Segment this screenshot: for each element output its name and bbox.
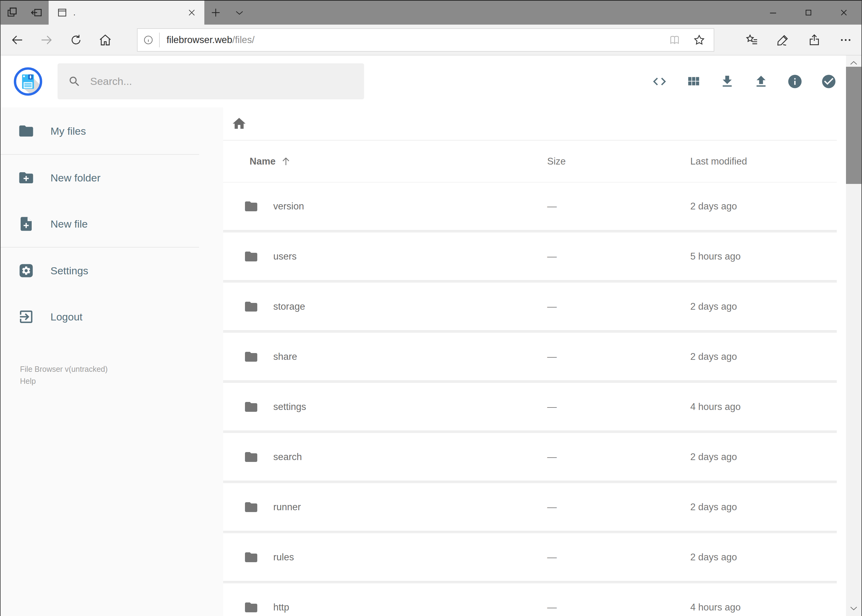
file-row-search[interactable]: search — 2 days ago — [223, 433, 837, 481]
scrollbar-thumb[interactable] — [846, 67, 861, 184]
file-row-storage[interactable]: storage — 2 days ago — [223, 283, 837, 331]
search-bar[interactable] — [58, 63, 364, 99]
back-button[interactable] — [2, 25, 32, 55]
file-size: — — [547, 201, 690, 212]
file-size: — — [547, 401, 690, 412]
sidebar-item-label: Settings — [50, 265, 88, 277]
folder-icon — [244, 600, 258, 615]
maximize-button[interactable] — [791, 1, 826, 25]
minimize-button[interactable] — [755, 1, 791, 25]
app-version-text: File Browser v(untracked) — [20, 363, 223, 375]
set-tabs-aside-icon — [30, 6, 43, 19]
minimize-icon — [768, 7, 778, 18]
file-row-settings[interactable]: settings — 4 hours ago — [223, 383, 837, 431]
file-row-share[interactable]: share — 2 days ago — [223, 333, 837, 381]
close-icon — [187, 8, 196, 17]
file-row-users[interactable]: users — 5 hours ago — [223, 233, 837, 280]
file-row-rules[interactable]: rules — 2 days ago — [223, 533, 837, 581]
reading-view-button[interactable] — [664, 30, 685, 50]
file-size: — — [547, 251, 690, 262]
file-name: share — [273, 351, 297, 362]
sidebar-item-new-folder[interactable]: New folder — [1, 155, 223, 201]
column-header-modified[interactable]: Last modified — [690, 156, 837, 167]
chevron-down-icon — [234, 7, 245, 18]
file-name: users — [273, 251, 297, 262]
hub-button[interactable] — [736, 25, 767, 55]
grid-view-button[interactable] — [681, 69, 706, 94]
file-modified: 2 days ago — [690, 301, 837, 312]
upload-button[interactable] — [749, 69, 773, 94]
refresh-icon — [69, 33, 83, 47]
column-header-name[interactable]: Name — [223, 156, 547, 167]
folder-icon — [244, 500, 258, 514]
pen-icon — [776, 33, 790, 47]
file-modified: 4 hours ago — [690, 602, 837, 613]
file-row-runner[interactable]: runner — 2 days ago — [223, 483, 837, 531]
code-icon — [652, 74, 667, 89]
titlebar-spacer — [252, 1, 755, 25]
add-favorite-button[interactable] — [689, 30, 709, 50]
file-name: storage — [273, 301, 305, 312]
column-header-size[interactable]: Size — [547, 156, 690, 167]
breadcrumb-home-button[interactable] — [232, 116, 247, 131]
tab-favicon — [57, 7, 68, 18]
browser-tab[interactable]: . — [49, 1, 204, 25]
share-button[interactable] — [799, 25, 830, 55]
tab-title: . — [73, 8, 181, 17]
info-button[interactable] — [783, 69, 807, 94]
file-row-http[interactable]: http — 4 hours ago — [223, 583, 837, 616]
sidebar-item-logout[interactable]: Logout — [1, 294, 223, 340]
download-button[interactable] — [715, 69, 739, 94]
forward-button[interactable] — [32, 25, 61, 55]
filebrowser-app: My files New folder New file Settings — [1, 55, 861, 616]
folder-icon — [244, 449, 258, 464]
plus-icon — [210, 7, 222, 19]
sidebar-item-label: My files — [50, 125, 86, 137]
select-multiple-button[interactable] — [816, 69, 841, 94]
url-text[interactable]: filebrowser.web/files/ — [167, 35, 255, 46]
upload-icon — [753, 74, 769, 89]
header-actions — [647, 69, 841, 94]
sort-ascending-icon — [281, 156, 292, 167]
browser-toolbar: filebrowser.web/files/ — [1, 25, 861, 55]
search-input[interactable] — [90, 75, 354, 87]
sidebar: My files New folder New file Settings — [1, 107, 223, 616]
tab-previews-button[interactable] — [1, 1, 25, 25]
sidebar-item-settings[interactable]: Settings — [1, 248, 223, 294]
file-size: — — [547, 602, 690, 613]
sidebar-item-new-file[interactable]: New file — [1, 201, 223, 247]
file-row-version[interactable]: version — 2 days ago — [223, 182, 837, 230]
sidebar-item-my-files[interactable]: My files — [1, 108, 223, 154]
address-separator — [159, 33, 160, 47]
page-scrollbar[interactable] — [846, 55, 861, 616]
close-icon — [838, 7, 849, 18]
file-name: settings — [273, 401, 306, 412]
address-bar[interactable]: filebrowser.web/files/ — [137, 28, 714, 52]
url-path: /files/ — [232, 35, 255, 45]
site-info-button[interactable] — [137, 35, 159, 46]
file-rows: version — 2 days ago users — 5 hours ago… — [223, 182, 837, 616]
help-link[interactable]: Help — [20, 377, 36, 385]
tab-previews-icon — [6, 6, 19, 19]
set-tabs-aside-button[interactable] — [25, 1, 49, 25]
maximize-icon — [804, 8, 813, 17]
home-icon — [98, 33, 113, 47]
file-modified: 2 days ago — [690, 451, 837, 462]
tab-list-button[interactable] — [227, 1, 252, 25]
home-button[interactable] — [91, 25, 120, 55]
sidebar-item-label: New file — [50, 218, 88, 230]
web-note-button[interactable] — [767, 25, 799, 55]
file-modified: 2 days ago — [690, 501, 837, 513]
filebrowser-logo[interactable] — [13, 67, 43, 96]
close-window-button[interactable] — [826, 1, 861, 25]
tab-close-button[interactable] — [187, 8, 196, 17]
settings-more-button[interactable] — [830, 25, 861, 55]
scroll-down-button[interactable] — [846, 600, 861, 616]
gear-icon — [18, 262, 35, 279]
file-name: version — [273, 201, 304, 212]
new-tab-button[interactable] — [204, 1, 227, 25]
raw-code-button[interactable] — [647, 69, 672, 94]
file-modified: 2 days ago — [690, 351, 837, 362]
share-icon — [807, 33, 821, 47]
refresh-button[interactable] — [61, 25, 91, 55]
